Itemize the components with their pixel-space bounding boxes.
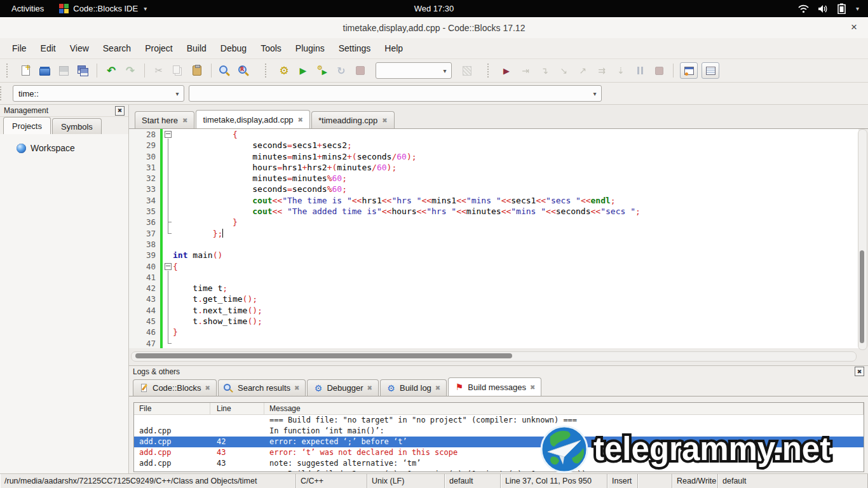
app-menu[interactable]: Code::Blocks IDE ▾ bbox=[59, 4, 147, 13]
chevron-down-icon[interactable]: ▾ bbox=[171, 90, 184, 97]
tab-close-icon[interactable]: ✖ bbox=[382, 117, 387, 124]
build-run-button[interactable] bbox=[315, 63, 330, 78]
step-into-instr-button[interactable] bbox=[613, 63, 628, 78]
code-text[interactable]: { bbox=[173, 261, 858, 272]
tab-symbols[interactable]: Symbols bbox=[52, 118, 102, 134]
build-message-row[interactable]: === Build file: "no target" in "no proje… bbox=[134, 415, 864, 426]
break-debugger-button[interactable] bbox=[632, 63, 648, 78]
tab-projects[interactable]: Projects bbox=[3, 117, 51, 134]
paste-button[interactable] bbox=[189, 63, 205, 78]
menu-help[interactable]: Help bbox=[377, 41, 410, 56]
editor-tab[interactable]: *timeadding.cpp✖ bbox=[311, 111, 395, 128]
menu-view[interactable]: View bbox=[63, 41, 96, 56]
editor-vscrollbar[interactable] bbox=[858, 129, 867, 350]
code-text[interactable]: int main() bbox=[173, 250, 858, 261]
open-file-button[interactable] bbox=[37, 63, 52, 78]
code-text[interactable]: t.get_time(); bbox=[173, 294, 858, 304]
stop-debugger-button[interactable] bbox=[651, 63, 667, 78]
find-button[interactable] bbox=[218, 63, 233, 78]
step-out-button[interactable] bbox=[575, 63, 590, 78]
chevron-down-icon[interactable]: ▾ bbox=[588, 90, 601, 97]
log-tab-build-messages[interactable]: Build messages✖ bbox=[448, 377, 541, 396]
logs-close-button[interactable]: ✖ bbox=[855, 367, 864, 376]
tab-close-icon[interactable]: ✖ bbox=[530, 384, 535, 391]
editor-tab[interactable]: Start here✖ bbox=[135, 111, 194, 128]
build-message-row[interactable]: add.cpp42error: expected ‘;’ before ‘t’ bbox=[134, 437, 864, 447]
debug-windows-button[interactable] bbox=[680, 62, 698, 79]
menu-build[interactable]: Build bbox=[180, 41, 214, 56]
save-all-button[interactable] bbox=[75, 63, 90, 78]
code-text[interactable]: time t; bbox=[173, 283, 858, 294]
menu-settings[interactable]: Settings bbox=[332, 41, 378, 56]
tab-close-icon[interactable]: ✖ bbox=[298, 116, 303, 123]
code-text[interactable]: seconds=secs1+secs2; bbox=[173, 140, 858, 151]
window-close-button[interactable]: × bbox=[848, 21, 860, 34]
code-text[interactable] bbox=[173, 338, 858, 348]
activities-button[interactable]: Activities bbox=[8, 3, 48, 15]
compile-file-button[interactable] bbox=[459, 63, 475, 78]
column-header-file[interactable]: File bbox=[134, 403, 210, 414]
toolbar-grip[interactable] bbox=[0, 86, 4, 100]
toolbar-grip[interactable] bbox=[6, 64, 10, 78]
workspace-item[interactable]: Workspace bbox=[17, 143, 128, 153]
toolbar-grip[interactable] bbox=[265, 64, 269, 78]
various-info-button[interactable] bbox=[702, 62, 719, 79]
menu-file[interactable]: File bbox=[5, 41, 34, 56]
dbg-run-button[interactable] bbox=[499, 63, 514, 78]
build-target-combo[interactable]: ▾ bbox=[376, 62, 452, 79]
vscroll-thumb[interactable] bbox=[860, 250, 864, 342]
scope-combo[interactable]: time:: ▾ bbox=[13, 85, 184, 102]
code-text[interactable]: } bbox=[173, 327, 858, 337]
undo-button[interactable] bbox=[104, 63, 119, 78]
column-header-message[interactable]: Message bbox=[264, 403, 864, 414]
code-text[interactable]: t.show_time(); bbox=[173, 316, 858, 327]
copy-button[interactable] bbox=[170, 63, 186, 78]
symbol-combo[interactable]: ▾ bbox=[189, 85, 602, 102]
menu-tools[interactable]: Tools bbox=[254, 41, 288, 56]
menu-search[interactable]: Search bbox=[96, 41, 138, 56]
editor-hscrollbar[interactable] bbox=[131, 351, 857, 362]
code-text[interactable]: minutes=mins1+mins2+(seconds/60); bbox=[173, 151, 858, 162]
log-tab-search-results[interactable]: Search results✖ bbox=[218, 379, 306, 396]
code-text[interactable]: cout<<"The time is "<<hrs1<<"hrs "<<mins… bbox=[173, 195, 858, 206]
menu-plugins[interactable]: Plugins bbox=[288, 41, 332, 56]
build-button[interactable] bbox=[276, 63, 292, 78]
code-text[interactable] bbox=[173, 239, 858, 250]
run-button[interactable] bbox=[295, 63, 311, 78]
wifi-icon[interactable] bbox=[798, 4, 809, 13]
management-close-button[interactable]: ✖ bbox=[115, 106, 125, 116]
toolbar-grip[interactable] bbox=[487, 64, 491, 78]
code-text[interactable]: minutes=minutes%60; bbox=[173, 173, 858, 184]
fold-marker-box[interactable] bbox=[165, 263, 172, 270]
abort-button[interactable] bbox=[353, 63, 368, 78]
editor-tab[interactable]: timetake,display,add.cpp✖ bbox=[196, 110, 310, 128]
redo-button[interactable] bbox=[123, 63, 138, 78]
next-instr-button[interactable] bbox=[594, 63, 609, 78]
menu-project[interactable]: Project bbox=[138, 41, 180, 56]
run-cursor-button[interactable] bbox=[518, 63, 533, 78]
step-into-button[interactable] bbox=[556, 63, 571, 78]
replace-button[interactable] bbox=[237, 63, 252, 78]
chevron-down-icon[interactable]: ▾ bbox=[438, 67, 451, 74]
code-text[interactable]: seconds=seconds%60; bbox=[173, 184, 858, 194]
build-message-row[interactable]: === Build failed: 2 error(s), 0 warning(… bbox=[134, 469, 864, 472]
code-text[interactable]: }; bbox=[173, 228, 858, 239]
battery-icon[interactable] bbox=[837, 3, 846, 14]
code-text[interactable]: cout<< "The added time is"<<hours<<"hrs … bbox=[173, 206, 858, 217]
log-tab-code-blocks[interactable]: Code::Blocks✖ bbox=[133, 379, 217, 396]
save-button[interactable] bbox=[56, 63, 71, 78]
code-text[interactable]: } bbox=[173, 217, 858, 227]
tab-close-icon[interactable]: ✖ bbox=[435, 384, 440, 391]
tab-close-icon[interactable]: ✖ bbox=[205, 384, 210, 391]
tab-close-icon[interactable]: ✖ bbox=[294, 384, 299, 391]
tab-close-icon[interactable]: ✖ bbox=[182, 117, 187, 124]
cut-button[interactable] bbox=[151, 63, 166, 78]
column-header-line[interactable]: Line bbox=[210, 403, 264, 414]
hscroll-thumb[interactable] bbox=[135, 353, 512, 358]
log-tab-build-log[interactable]: Build log✖ bbox=[380, 379, 447, 396]
system-menu-chevron-icon[interactable]: ▾ bbox=[856, 5, 859, 12]
code-text[interactable]: hours=hrs1+hrs2+(minutes/60); bbox=[173, 162, 858, 173]
code-text[interactable]: { bbox=[173, 129, 858, 140]
menu-debug[interactable]: Debug bbox=[214, 41, 254, 56]
rebuild-button[interactable] bbox=[334, 63, 349, 78]
